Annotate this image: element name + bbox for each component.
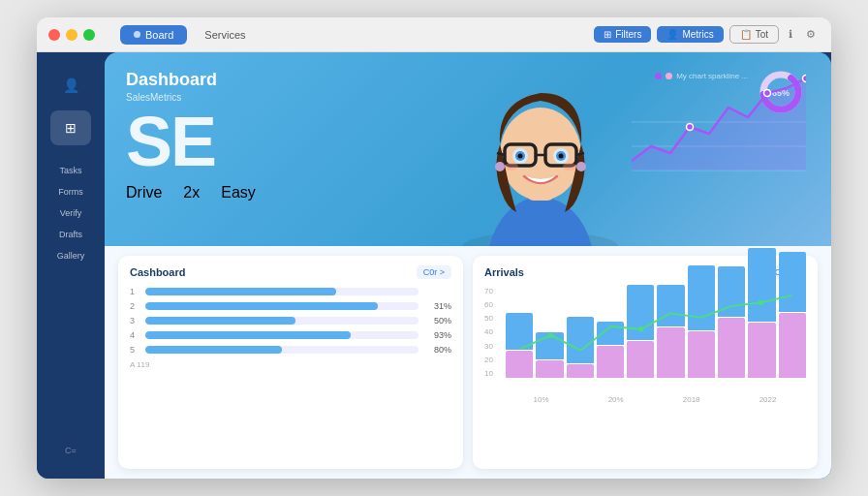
- person-illustration: [449, 52, 633, 246]
- app-window: Board Services ⊞ Filters 👤 Metrics 📋 Tot…: [37, 17, 831, 479]
- bar-col-6: [657, 285, 684, 378]
- y-label-20: 20: [484, 356, 493, 364]
- bars-group: [506, 287, 806, 378]
- bar-col-5: [627, 285, 654, 378]
- sidebar-nav: Tasks Forms Verify Drafts Gallery: [37, 161, 105, 265]
- svg-point-16: [505, 163, 518, 170]
- panels-area: Cashboard C0r > 1 2: [105, 246, 831, 479]
- bar-pink-8: [718, 318, 745, 378]
- panel-arrivals-title: Arrivals: [484, 266, 524, 278]
- bar-blue-9: [748, 248, 775, 322]
- user-icon: 👤: [63, 78, 79, 93]
- panel-cashboard-title: Cashboard: [130, 266, 185, 278]
- tab-dot: [134, 31, 140, 38]
- tot-button[interactable]: 📋 Tot: [729, 25, 779, 44]
- bar-pink-4: [597, 346, 624, 378]
- x-label-4: 2022: [760, 395, 777, 404]
- y-axis: 70 60 50 40 30 20 10: [484, 287, 493, 378]
- bar-col-2: [536, 332, 563, 378]
- tab-services[interactable]: Services: [191, 25, 259, 45]
- svg-point-17: [563, 163, 576, 170]
- sidebar-item-forms[interactable]: Forms: [45, 182, 97, 202]
- metrics-button[interactable]: 👤 Metrics: [657, 26, 723, 43]
- close-dot[interactable]: [48, 29, 60, 41]
- hero-text: Dashboard SalesMetrics SE Drive 2x Easy: [126, 70, 256, 202]
- svg-point-13: [559, 154, 564, 159]
- panel-cashboard: Cashboard C0r > 1 2: [118, 256, 463, 469]
- bar-pct-3: 50%: [424, 316, 451, 326]
- sidebar-user-icon[interactable]: 👤: [50, 68, 91, 103]
- bar-num-4: 4: [130, 330, 140, 340]
- x-label-3: 2018: [683, 395, 700, 404]
- svg-point-26: [803, 76, 807, 82]
- minimize-dot[interactable]: [66, 29, 78, 41]
- info-icon[interactable]: ℹ: [785, 28, 796, 41]
- hero-subtitle: SalesMetrics: [126, 92, 256, 103]
- bar-pct-4: 93%: [424, 330, 451, 340]
- bar-col-10: [779, 252, 806, 378]
- maximize-dot[interactable]: [83, 29, 95, 41]
- x-axis: 10% 20% 2018 2022: [504, 395, 806, 404]
- bar-num-5: 5: [130, 345, 140, 355]
- filters-icon: ⊞: [604, 29, 611, 40]
- bar-list: 1 2 31%: [130, 287, 451, 355]
- bar-blue-7: [688, 265, 715, 330]
- bar-blue-4: [597, 322, 624, 345]
- settings-icon[interactable]: ⚙: [802, 28, 820, 41]
- bar-blue-6: [657, 285, 684, 326]
- bar-fill-4: [145, 331, 351, 339]
- titlebar: Board Services ⊞ Filters 👤 Metrics 📋 Tot…: [37, 17, 831, 52]
- hero-label-drive: Drive: [126, 184, 162, 202]
- bar-pink-7: [688, 331, 715, 378]
- sidebar-item-verify[interactable]: Verify: [45, 203, 97, 223]
- bar-col-8: [718, 266, 745, 378]
- bar-blue-5: [627, 285, 654, 340]
- bar-fill-3: [145, 317, 295, 325]
- svg-point-14: [495, 162, 505, 171]
- bar-pink-1: [506, 351, 533, 378]
- y-label-70: 70: [484, 287, 493, 295]
- x-label-2: 20%: [608, 395, 624, 404]
- line-chart: [632, 64, 811, 200]
- y-label-10: 10: [484, 369, 493, 378]
- y-label-50: 50: [484, 314, 493, 323]
- metrics-icon: 👤: [666, 29, 678, 40]
- bar-track-2: [145, 302, 418, 310]
- sidebar-item-gallery[interactable]: Gallery: [45, 246, 97, 265]
- hero-title: Dashboard: [126, 70, 256, 90]
- sidebar-grid-icon[interactable]: ⊞: [50, 110, 91, 145]
- panel-arrivals: Arrivals Curr > 70 60 50 40 30 20 10: [473, 256, 818, 469]
- sidebar-item-tasks[interactable]: Tasks: [45, 161, 97, 180]
- panel-cashboard-link[interactable]: C0r >: [417, 265, 451, 279]
- bar-num-3: 3: [130, 316, 140, 326]
- main-layout: 👤 ⊞ Tasks Forms Verify Drafts Gallery C=…: [37, 52, 831, 479]
- y-label-60: 60: [484, 300, 493, 309]
- hero-chart: My chart sparkline ... 65%: [632, 64, 816, 200]
- bar-row-2: 2 31%: [130, 301, 451, 311]
- tot-icon: 📋: [740, 29, 752, 40]
- svg-point-12: [518, 154, 523, 159]
- bar-pink-10: [779, 313, 806, 378]
- bar-col-9: [748, 248, 775, 378]
- bar-pink-2: [536, 360, 563, 378]
- hero-label-easy: Easy: [221, 184, 256, 202]
- filters-button[interactable]: ⊞ Filters: [594, 26, 651, 43]
- tab-bar: Board Services: [120, 25, 588, 45]
- x-label-1: 10%: [534, 395, 549, 404]
- bar-col-7: [688, 265, 715, 378]
- bar-track-5: [145, 346, 418, 354]
- grid-icon: ⊞: [65, 120, 77, 136]
- hero-big-text: SE: [126, 107, 256, 176]
- bar-pink-6: [657, 327, 684, 378]
- bar-pink-5: [627, 341, 654, 378]
- sidebar-item-drafts[interactable]: Drafts: [45, 225, 97, 244]
- bar-row-5: 5 80%: [130, 345, 451, 355]
- bar-pink-9: [748, 323, 775, 378]
- tab-board[interactable]: Board: [120, 25, 187, 45]
- bar-fill-1: [145, 288, 336, 295]
- svg-point-24: [687, 124, 694, 131]
- panel-cashboard-header: Cashboard C0r >: [130, 265, 451, 279]
- avatar: [444, 52, 637, 246]
- bar-num-2: 2: [130, 301, 140, 311]
- bar-fill-2: [145, 302, 378, 310]
